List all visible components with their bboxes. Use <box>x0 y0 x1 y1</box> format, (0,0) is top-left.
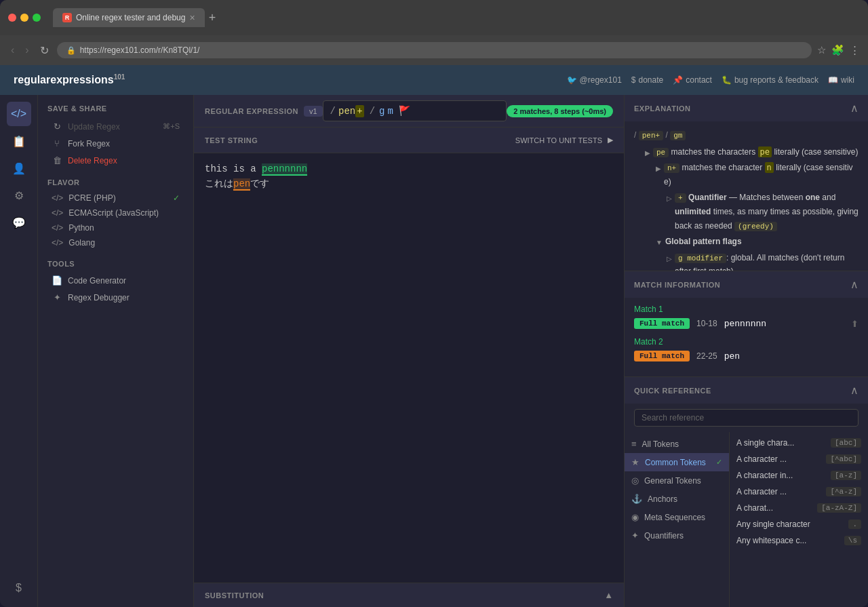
regex-flag-m[interactable]: m <box>387 106 393 117</box>
extensions-icon[interactable]: 🧩 <box>831 44 844 56</box>
bookmark-icon[interactable]: ☆ <box>817 44 826 56</box>
match-2-range: 22-25 <box>696 351 717 361</box>
forward-button[interactable]: › <box>22 41 31 59</box>
switch-to-unit-tests[interactable]: SWITCH TO UNIT TESTS ▶ <box>515 136 613 144</box>
flavor-ecma[interactable]: </> ECMAScript (JavaScript) <box>47 205 184 220</box>
qr-token-6[interactable]: Any whitespace c... \s <box>730 532 868 549</box>
regex-input[interactable]: pen+ <box>338 106 364 117</box>
substitution-label: SUBSTITUTION <box>205 591 264 600</box>
flavor-golang-label: Golang <box>68 238 95 248</box>
flavor-golang[interactable]: </> Golang <box>47 235 184 250</box>
test-area[interactable]: this is a pennnnnn これはpenです <box>194 153 624 583</box>
quick-reference-header[interactable]: QUICK REFERENCE ∧ <box>625 377 868 404</box>
sidebar-icons: </> 📋 👤 ⚙ 💬 $ <box>0 95 38 607</box>
header-twitter-link[interactable]: 🐦 @regex101 <box>567 75 622 85</box>
flavor-python[interactable]: </> Python <box>47 220 184 235</box>
exp-pe: ▶ pe matches the characters pe literally… <box>634 145 859 159</box>
qr-cat-all[interactable]: ≡ All Tokens <box>625 435 729 453</box>
qr-cat-quantifiers[interactable]: ✦ Quantifiers <box>625 526 729 545</box>
header-contact-link[interactable]: 📌 contact <box>673 75 712 85</box>
switch-arrow: ▶ <box>608 136 613 144</box>
flavor-pcre-icon: </> <box>52 193 63 203</box>
menu-icon[interactable]: ⋮ <box>850 44 860 56</box>
logo-num: 101 <box>114 73 125 81</box>
match-1-label: Match 1 <box>634 305 859 314</box>
qr-cat-anchors[interactable]: ⚓ Anchors <box>625 490 729 508</box>
app-logo: regularexpressions101 <box>14 73 125 86</box>
test-string-bar: TEST STRING SWITCH TO UNIT TESTS ▶ <box>194 128 624 153</box>
update-regex-button[interactable]: ↻ Update Regex ⌘+S <box>47 118 184 135</box>
qr-token-4-syntax: [a-zA-Z] <box>817 503 861 513</box>
sidebar-icon-code[interactable]: </> <box>7 102 31 126</box>
qr-token-5[interactable]: Any single character . <box>730 516 868 532</box>
anchors-icon: ⚓ <box>631 494 642 504</box>
exp-g-text: g modifier: global. All matches (don't r… <box>675 251 859 271</box>
qr-token-3[interactable]: A character ... [^a-z] <box>730 484 868 500</box>
flavor-pcre[interactable]: </> PCRE (PHP) ✓ <box>47 191 184 205</box>
qr-cat-general[interactable]: ◎ General Tokens <box>625 471 729 490</box>
minimize-button[interactable] <box>20 14 28 22</box>
meta-sequences-icon: ◉ <box>631 512 639 522</box>
sidebar-icon-dollar[interactable]: $ <box>7 576 31 600</box>
sidebar-icon-book[interactable]: 📋 <box>7 129 31 153</box>
header-donate-link[interactable]: $ donate <box>631 75 663 85</box>
exp-quantifier: ▷ + Quantifier — Matches between one and… <box>634 191 859 233</box>
exp-g-modifier: ▷ g modifier: global. All matches (don't… <box>634 251 859 271</box>
new-tab-button[interactable]: + <box>209 11 216 25</box>
qr-token-0[interactable]: A single chara... [abc] <box>730 435 868 451</box>
exp-gflags-text: Global pattern flags <box>665 235 742 248</box>
qr-token-2-label: A character in... <box>736 471 831 480</box>
flavor-python-label: Python <box>68 223 94 233</box>
update-label: Update Regex <box>68 122 120 132</box>
update-kbd: ⌘+S <box>163 122 180 131</box>
qr-token-2[interactable]: A character in... [a-z] <box>730 467 868 484</box>
flags-toggle[interactable]: 🚩 <box>399 105 410 117</box>
exp-code-flags: gm <box>670 131 686 140</box>
header-bug-link[interactable]: 🐛 bug reports & feedback <box>722 75 818 85</box>
browser-tab-active[interactable]: R Online regex tester and debug × <box>53 8 205 27</box>
sidebar-icon-chat[interactable]: 💬 <box>7 210 31 235</box>
match-1-value: pennnnnn <box>724 319 766 329</box>
match-info-body: Match 1 Full match 10-18 pennnnnn ⬆ Matc… <box>625 298 868 376</box>
code-generator-button[interactable]: 📄 Code Generator <box>47 272 184 289</box>
logo-regular: regular <box>14 75 50 86</box>
close-button[interactable] <box>8 14 16 22</box>
tab-favicon: R <box>62 13 72 22</box>
search-input[interactable] <box>634 409 859 427</box>
refresh-button[interactable]: ↻ <box>37 41 52 60</box>
qr-cat-meta[interactable]: ◉ Meta Sequences <box>625 508 729 526</box>
match-2-highlight: pen <box>233 178 250 191</box>
maximize-button[interactable] <box>33 14 41 22</box>
tab-close-button[interactable]: × <box>189 12 195 23</box>
back-button[interactable]: ‹ <box>8 41 17 59</box>
qr-categories: ≡ All Tokens ★ Common Tokens ✓ ◎ General… <box>625 432 730 607</box>
regex-debugger-button[interactable]: ✦ Regex Debugger <box>47 289 184 306</box>
sidebar-icon-settings[interactable]: ⚙ <box>7 183 31 208</box>
exp-pe-text: pe matches the characters pe literally (… <box>653 145 858 159</box>
quantifiers-icon: ✦ <box>631 530 639 541</box>
regex-version-selector[interactable]: v1 <box>304 106 323 117</box>
qr-token-2-syntax: [a-z] <box>831 471 861 480</box>
qr-token-3-syntax: [^a-z] <box>826 487 861 496</box>
match-info-header[interactable]: MATCH INFORMATION ∧ <box>625 271 868 298</box>
qr-token-0-label: A single chara... <box>736 438 831 448</box>
header-wiki-link[interactable]: 📖 wiki <box>828 75 854 85</box>
quick-reference-section: QUICK REFERENCE ∧ ≡ All Tokens <box>625 377 868 607</box>
qr-cat-common[interactable]: ★ Common Tokens ✓ <box>625 453 729 471</box>
explanation-header[interactable]: EXPLANATION ∧ <box>625 95 868 121</box>
fork-regex-button[interactable]: ⑂ Fork Regex <box>47 135 184 152</box>
address-bar[interactable]: 🔒 https://regex101.com/r/Kn8TQl/1/ <box>57 42 812 58</box>
qr-token-4[interactable]: A charat... [a-zA-Z] <box>730 500 868 516</box>
qr-token-4-label: A charat... <box>736 503 817 513</box>
browser-actions: ☆ 🧩 ⋮ <box>817 44 860 56</box>
regex-flag-g[interactable]: g <box>379 106 384 117</box>
match-2-label: Match 2 <box>634 337 859 347</box>
substitution-toggle[interactable]: ▲ <box>604 590 613 600</box>
app-header: regularexpressions101 🐦 @regex101 $ dona… <box>0 65 868 95</box>
delete-regex-button[interactable]: 🗑 Delete Regex <box>47 152 184 169</box>
quick-reference-toggle-icon: ∧ <box>850 384 859 397</box>
match-1-export-icon[interactable]: ⬆ <box>851 319 859 329</box>
delete-label: Delete Regex <box>68 156 117 165</box>
sidebar-icon-user[interactable]: 👤 <box>7 156 31 180</box>
qr-token-1[interactable]: A character ... [^abc] <box>730 451 868 467</box>
